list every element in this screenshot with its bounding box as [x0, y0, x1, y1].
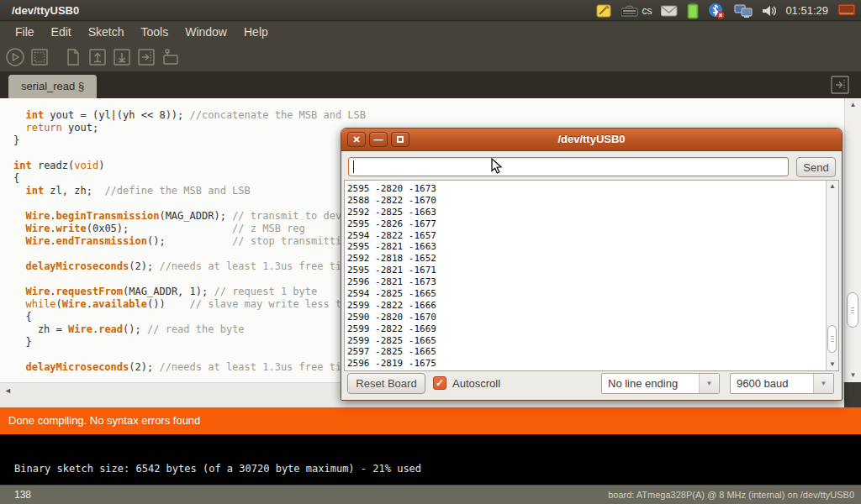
menu-bar: FileEditSketchToolsWindowHelp	[0, 22, 861, 43]
serial-input[interactable]	[348, 157, 789, 176]
mouse-cursor-icon	[491, 158, 504, 178]
clock[interactable]: 01:51:29	[785, 4, 828, 17]
serial-row: 2595 -2821 -1671	[347, 265, 838, 276]
editor-vertical-scrollbar[interactable]: ▲ ▼	[844, 98, 861, 382]
maximize-button[interactable]	[391, 132, 409, 147]
serial-output-rows: 2595 -2820 -16732588 -2822 -16702592 -28…	[345, 181, 838, 370]
scroll-down-icon[interactable]: ▼	[827, 360, 838, 370]
new-sketch-button[interactable]	[62, 46, 84, 68]
note-icon[interactable]	[596, 3, 612, 18]
close-button[interactable]: ✕	[347, 132, 366, 147]
toolbar	[0, 43, 861, 71]
serial-monitor-window: ✕ — /dev/ttyUSB0 Send 2595 -2820 -167325…	[341, 128, 843, 401]
minimize-button[interactable]: —	[369, 132, 388, 147]
board-info: board: ATmega328P(A) @ 8 MHz (internal) …	[608, 486, 854, 504]
serial-row: 2594 -2822 -1657	[347, 230, 838, 242]
serial-row: 2595 -2820 -1673	[347, 183, 838, 195]
send-button[interactable]: Send	[796, 157, 836, 177]
serial-row: 2599 -2822 -1669	[347, 323, 838, 335]
menu-tools[interactable]: Tools	[133, 22, 177, 43]
serial-row: 2596 -2819 -1675	[347, 358, 838, 370]
screen: /dev/ttyUSB0 cs 01:5	[0, 0, 861, 504]
serial-row: 2595 -2826 -1677	[347, 218, 838, 230]
text-caret	[353, 160, 354, 173]
serial-row: 2594 -2825 -1665	[347, 288, 838, 300]
session-icon[interactable]	[837, 3, 856, 18]
volume-icon[interactable]	[762, 4, 776, 18]
window-controls: ✕ —	[347, 132, 409, 147]
serial-row: 2599 -2822 -1666	[347, 300, 838, 312]
ide-footer: 138 board: ATmega328P(A) @ 8 MHz (intern…	[0, 485, 861, 504]
scroll-left-icon[interactable]: ◄	[4, 386, 12, 395]
baud-rate-value: 9600 baud	[737, 374, 811, 393]
top-panel: /dev/ttyUSB0 cs 01:5	[0, 0, 861, 21]
scroll-down-icon[interactable]: ▼	[845, 370, 861, 381]
serial-monitor-title: /dev/ttyUSB0	[341, 129, 842, 150]
scroll-up-icon[interactable]: ▲	[827, 181, 838, 192]
chevron-down-icon[interactable]: ▼	[813, 374, 833, 393]
network-icon[interactable]	[734, 3, 753, 18]
serial-row: 2588 -2822 -1670	[347, 195, 838, 207]
keyboard-layout-label: cs	[642, 5, 652, 17]
menu-window[interactable]: Window	[177, 22, 235, 43]
serial-output-area[interactable]: 2595 -2820 -16732588 -2822 -16702592 -28…	[344, 180, 839, 371]
serial-row: 2592 -2825 -1663	[347, 207, 838, 218]
scrollbar-thumb[interactable]	[827, 325, 837, 353]
serial-monitor-button[interactable]	[160, 46, 182, 68]
menu-help[interactable]: Help	[235, 22, 277, 43]
serial-vertical-scrollbar[interactable]: ▲ ▼	[826, 181, 838, 370]
chevron-down-icon[interactable]: ▼	[699, 374, 719, 393]
serial-input-wrap	[348, 157, 789, 176]
menu-file[interactable]: File	[7, 22, 43, 43]
active-window-title: /dev/ttyUSB0	[0, 4, 79, 17]
line-ending-value: No line ending	[608, 374, 697, 393]
console-output: Binary sketch size: 6542 bytes (of a 307…	[0, 434, 861, 485]
serial-row: 2597 -2825 -1665	[347, 346, 838, 358]
tab-serial-read[interactable]: serial_read §	[8, 75, 97, 98]
serial-monitor-body: Send 2595 -2820 -16732588 -2822 -1670259…	[341, 151, 842, 400]
autoscroll-label[interactable]: Autoscroll	[452, 373, 500, 394]
scrollbar-thumb[interactable]	[847, 292, 858, 328]
menu-sketch[interactable]: Sketch	[80, 22, 133, 43]
bluetooth-icon[interactable]	[708, 3, 725, 19]
baud-rate-dropdown[interactable]: 9600 baud ▼	[730, 373, 834, 394]
autoscroll-checkbox[interactable]	[433, 376, 446, 390]
serial-row: 2596 -2821 -1673	[347, 276, 838, 288]
save-button[interactable]	[111, 46, 133, 68]
open-button[interactable]	[87, 46, 108, 68]
upload-button[interactable]	[135, 46, 157, 68]
tab-menu-icon[interactable]	[831, 76, 849, 94]
reset-board-button[interactable]: Reset Board	[347, 373, 425, 394]
line-ending-dropdown[interactable]: No line ending ▼	[601, 373, 720, 394]
code-line: int yout = (yl|(yh << 8)); //concatenate…	[13, 109, 844, 122]
stop-button[interactable]	[29, 46, 50, 68]
mail-icon[interactable]	[661, 5, 678, 17]
serial-row: 2595 -2821 -1663	[347, 241, 838, 253]
line-number-indicator: 138	[14, 486, 31, 504]
compile-status-bar: Done compiling. No syntax errors found	[0, 407, 861, 434]
system-tray: cs 01:51:29	[596, 0, 861, 21]
tab-bar: serial_read §	[0, 71, 861, 98]
scroll-up-icon[interactable]: ▲	[845, 100, 861, 110]
serial-monitor-controls: Reset Board Autoscroll No line ending ▼ …	[341, 373, 842, 395]
serial-monitor-titlebar[interactable]: ✕ — /dev/ttyUSB0	[341, 129, 842, 151]
battery-icon[interactable]	[687, 3, 699, 19]
menu-edit[interactable]: Edit	[43, 22, 80, 43]
serial-row: 2592 -2818 -1652	[347, 253, 838, 265]
serial-row: 2590 -2820 -1670	[347, 312, 838, 323]
verify-button[interactable]	[4, 46, 26, 68]
keyboard-indicator[interactable]: cs	[621, 5, 652, 17]
serial-row: 2599 -2825 -1665	[347, 335, 838, 347]
